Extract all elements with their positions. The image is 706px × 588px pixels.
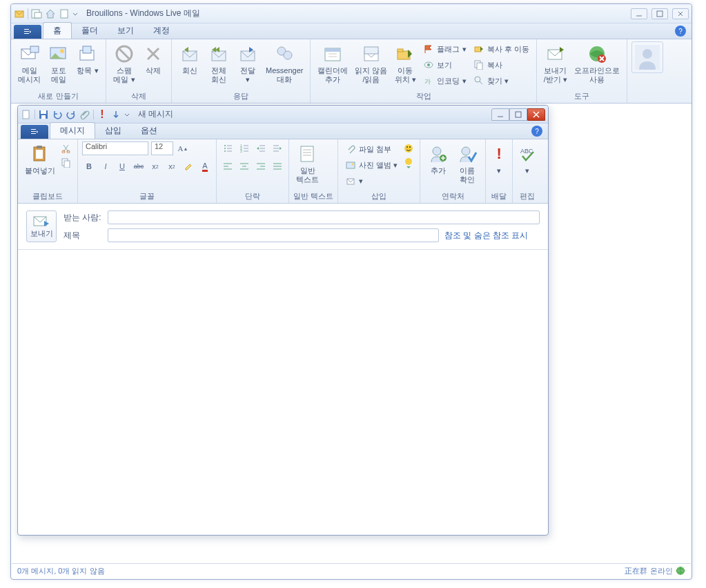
- copy-button[interactable]: 복사: [471, 57, 532, 72]
- subject-input[interactable]: [108, 228, 439, 242]
- redo-icon[interactable]: [66, 109, 77, 120]
- group-editing: ABC▾ 편집: [513, 139, 542, 203]
- view-button[interactable]: 보기: [420, 57, 469, 72]
- undo-icon[interactable]: [52, 109, 63, 120]
- messenger-button[interactable]: Messenger 대화: [263, 41, 306, 85]
- align-left-button[interactable]: [221, 159, 235, 173]
- mark-read-button[interactable]: 읽지 않음 /읽음: [352, 41, 390, 85]
- work-offline-button[interactable]: 오프라인으로 사용: [571, 41, 622, 85]
- bullets-button[interactable]: [221, 141, 235, 155]
- attach-file-button[interactable]: 파일 첨부: [342, 141, 400, 157]
- justify-button[interactable]: [271, 159, 284, 173]
- outdent-button[interactable]: [254, 141, 268, 155]
- flag-button[interactable]: 플래그 ▾: [420, 41, 469, 57]
- check-names-button[interactable]: 이름 확인: [453, 141, 481, 185]
- group-font-label: 글꼴: [82, 190, 212, 203]
- tab-home[interactable]: 홈: [43, 22, 72, 39]
- svg-rect-61: [64, 161, 70, 168]
- subscript-button[interactable]: x2: [148, 159, 162, 173]
- minimize-button[interactable]: [631, 8, 647, 19]
- compose-qat: !: [21, 109, 130, 120]
- new-item-button[interactable]: 항목 ▾: [74, 41, 101, 77]
- compose-file-button[interactable]: [21, 125, 48, 139]
- to-input[interactable]: [108, 210, 540, 224]
- move-button[interactable]: 이동 위치 ▾: [391, 41, 419, 85]
- italic-button[interactable]: I: [99, 159, 112, 173]
- spam-button[interactable]: 스팸 메일 ▾: [110, 41, 138, 85]
- page-icon[interactable]: [59, 8, 70, 19]
- file-menu-button[interactable]: [14, 25, 41, 39]
- maximize-button[interactable]: [651, 8, 668, 19]
- emoji-dropdown[interactable]: [402, 156, 415, 170]
- insert-more-button[interactable]: ▾: [342, 173, 400, 188]
- compose-minimize-button[interactable]: [491, 108, 509, 121]
- svg-rect-3: [61, 10, 68, 18]
- group-delete-label: 삭제: [110, 90, 167, 103]
- encoding-button[interactable]: 가인코딩 ▾: [420, 73, 469, 88]
- compose-body[interactable]: [19, 251, 547, 533]
- reply-all-button[interactable]: 전체 회신: [205, 41, 233, 85]
- qat-dropdown-icon[interactable]: [72, 8, 78, 19]
- emoji-button[interactable]: [402, 141, 415, 155]
- font-size-combo[interactable]: 12: [151, 141, 173, 155]
- cut-button[interactable]: [59, 141, 73, 155]
- compose-help-button[interactable]: ?: [531, 126, 542, 137]
- show-cc-bcc-link[interactable]: 참조 및 숨은 참조 표시: [444, 230, 528, 242]
- photo-mail-button[interactable]: 포토 메일: [45, 41, 72, 85]
- new-mail-button[interactable]: 메일 메시지: [15, 41, 43, 85]
- numbering-button[interactable]: 123: [237, 141, 251, 155]
- priority-low-icon[interactable]: [110, 109, 121, 120]
- highlight-button[interactable]: [182, 159, 195, 173]
- compose-close-button[interactable]: [527, 108, 545, 121]
- tab-message[interactable]: 메시지: [50, 122, 95, 139]
- group-actions: 캘린더에 추가 읽지 않음 /읽음 이동 위치 ▾ 플래그 ▾ 보기 가인코딩 …: [311, 39, 536, 103]
- save-icon[interactable]: [38, 109, 49, 120]
- compose-maximize-button[interactable]: [509, 108, 527, 121]
- help-button[interactable]: ?: [675, 26, 686, 37]
- group-paragraph: 123 단락: [217, 139, 289, 203]
- photo-album-button[interactable]: 사진 앨범 ▾: [342, 157, 400, 173]
- account-picture-button[interactable]: [631, 41, 663, 73]
- underline-button[interactable]: U: [115, 159, 129, 173]
- delivery-priority-button[interactable]: !▾: [490, 141, 508, 177]
- send-receive-button[interactable]: 보내기 /받기 ▾: [541, 41, 570, 85]
- new-mail-icon[interactable]: [31, 8, 42, 19]
- tab-folder[interactable]: 폴더: [72, 23, 108, 39]
- group-respond: 회신 전체 회신 전달▾ Messenger 대화 응답: [172, 39, 311, 103]
- copy-button-small[interactable]: [59, 156, 73, 170]
- indent-button[interactable]: [271, 141, 284, 155]
- home-icon[interactable]: [45, 8, 56, 19]
- qat-dropdown-icon[interactable]: [124, 109, 130, 120]
- strike-button[interactable]: abc: [132, 159, 146, 173]
- grow-font-button[interactable]: A▲: [176, 141, 190, 155]
- close-button[interactable]: [672, 8, 689, 19]
- new-doc-icon[interactable]: [21, 109, 32, 120]
- spelling-button[interactable]: ABC▾: [517, 141, 538, 177]
- font-color-button[interactable]: A: [198, 159, 212, 173]
- plaintext-button[interactable]: 일반 텍스트: [293, 141, 322, 185]
- tab-view[interactable]: 보기: [108, 23, 144, 39]
- group-new: 메일 메시지 포토 메일 항목 ▾ 새로 만들기: [11, 39, 106, 103]
- font-family-combo[interactable]: Calibri: [82, 141, 148, 155]
- quick-access-toolbar: [14, 8, 78, 19]
- attach-icon[interactable]: [79, 109, 90, 120]
- align-right-button[interactable]: [254, 159, 268, 173]
- align-center-button[interactable]: [237, 159, 251, 173]
- tab-account[interactable]: 계정: [144, 23, 179, 39]
- add-calendar-button[interactable]: 캘린더에 추가: [315, 41, 351, 85]
- paste-button[interactable]: 붙여넣기: [22, 141, 58, 177]
- add-contact-button[interactable]: 추가: [424, 141, 452, 177]
- reply-button[interactable]: 회신: [176, 41, 204, 77]
- send-button[interactable]: 보내기: [26, 210, 57, 242]
- bold-button[interactable]: B: [82, 159, 96, 173]
- find-button[interactable]: 찾기 ▾: [471, 73, 532, 88]
- tab-options[interactable]: 옵션: [131, 123, 167, 139]
- forward-button[interactable]: 전달▾: [234, 41, 262, 85]
- priority-high-icon[interactable]: !: [97, 109, 108, 120]
- superscript-button[interactable]: x2: [165, 159, 179, 173]
- svg-rect-54: [31, 133, 36, 134]
- tab-insert[interactable]: 삽입: [95, 123, 131, 139]
- svg-rect-52: [31, 129, 36, 130]
- delete-button[interactable]: 삭제: [139, 41, 167, 77]
- copy-move-button[interactable]: 복사 후 이동: [471, 41, 532, 57]
